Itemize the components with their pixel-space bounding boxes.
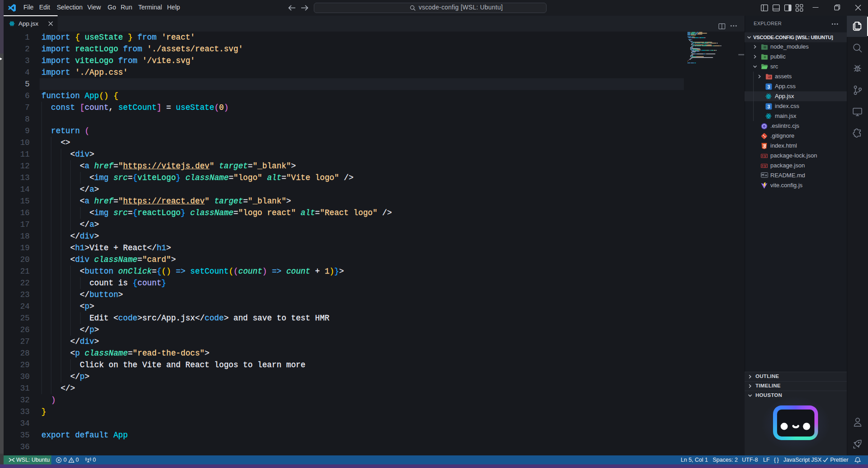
svg-text:3: 3 (768, 104, 770, 109)
svg-text:3: 3 (768, 84, 770, 90)
